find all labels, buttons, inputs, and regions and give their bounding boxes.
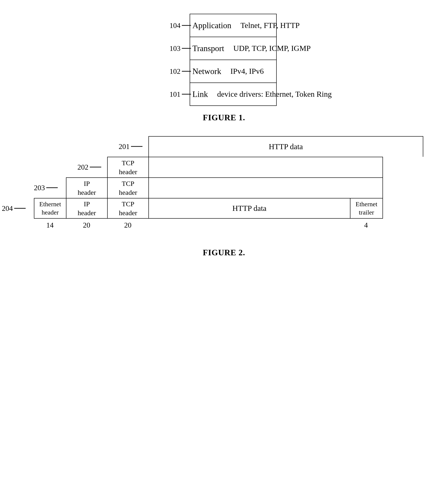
layer-row-application: 104 Application Telnet, FTP, HTTP: [190, 14, 276, 37]
row-label-201: 201: [119, 142, 143, 151]
figure2-label: FIGURE 2.: [203, 248, 245, 257]
figure1-label: FIGURE 1.: [203, 113, 245, 122]
cell-ip-header-204: IPheader: [66, 198, 108, 218]
layer-desc-link: device drivers: Ethernet, Token Ring: [210, 83, 325, 106]
cell-ethernet-trailer: Ethernettrailer: [351, 198, 383, 218]
row-204: Ethernetheader IPheader TCPheader HTTP d…: [34, 198, 383, 219]
cell-ip-header-203: IPheader: [66, 178, 108, 198]
size-http: [148, 221, 350, 229]
layer-cell-network: Network: [190, 60, 224, 82]
size-20-tcp: 20: [107, 221, 148, 229]
size-labels: 14 20 20 4: [34, 221, 423, 229]
layer-cell-link: Link: [190, 83, 210, 106]
cell-http-data-201: HTTP data: [148, 136, 423, 157]
row-203: IPheader TCPheader: [66, 177, 383, 198]
layer-number-104: 104: [169, 21, 191, 30]
layer-desc-application: Telnet, FTP, HTTP: [234, 14, 348, 37]
size-20-ip: 20: [66, 221, 107, 229]
layer-cell-transport: Transport: [190, 37, 226, 60]
layer-desc-transport: UDP, TCP, ICMP, IGMP: [226, 37, 341, 60]
row-label-204: 204: [2, 204, 26, 213]
figure2: 201 HTTP data 202 TCPheader: [14, 136, 434, 257]
row-202: TCPheader: [107, 157, 383, 177]
row-label-203: 203: [34, 184, 58, 192]
size-14: 14: [34, 221, 66, 229]
layer-number-101: 101: [169, 90, 191, 98]
row-label-202: 202: [77, 163, 101, 171]
figure2-diagram: 201 HTTP data 202 TCPheader: [34, 136, 423, 229]
layer-desc-network: IPv4, IPv6: [224, 60, 338, 82]
cell-tcp-header-204: TCPheader: [108, 198, 149, 218]
layer-cell-application: Application: [190, 14, 234, 37]
cell-tcp-header-203: TCPheader: [108, 178, 149, 198]
layer-row-link: 101 Link device drivers: Ethernet, Token…: [190, 83, 276, 106]
layer-number-103: 103: [169, 44, 191, 53]
layer-number-102: 102: [169, 67, 191, 76]
cell-empty-202: [149, 157, 383, 177]
layer-stack: 104 Application Telnet, FTP, HTTP 103 Tr…: [190, 14, 277, 106]
cell-empty-203: [149, 178, 383, 198]
cell-http-data-204: HTTP data: [149, 198, 351, 218]
size-4: 4: [350, 221, 382, 229]
cell-ethernet-header: Ethernetheader: [34, 198, 66, 218]
layer-row-network: 102 Network IPv4, IPv6: [190, 60, 276, 83]
cell-tcp-header-202: TCPheader: [108, 157, 149, 177]
layer-row-transport: 103 Transport UDP, TCP, ICMP, IGMP: [190, 37, 276, 60]
figure1-content: 104 Application Telnet, FTP, HTTP 103 Tr…: [190, 14, 277, 106]
figure1: 104 Application Telnet, FTP, HTTP 103 Tr…: [14, 14, 434, 122]
